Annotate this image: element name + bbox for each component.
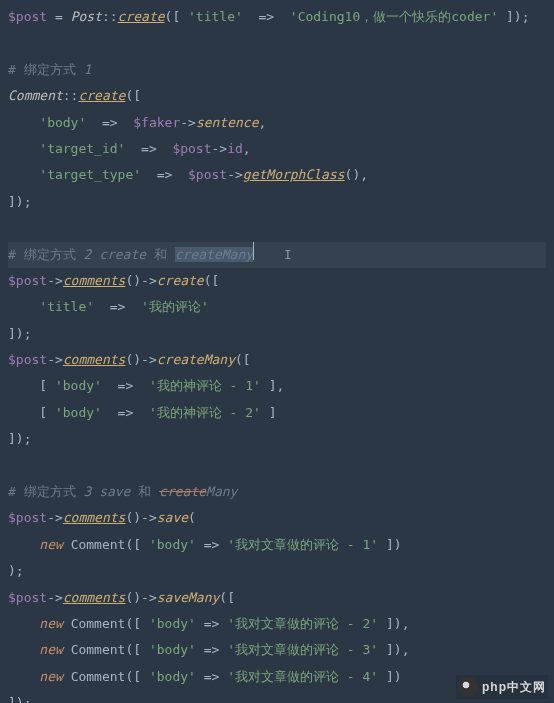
code-line: new Comment([ 'body' => '我对文章做的评论 - 1' ]… <box>8 532 546 558</box>
code-blank-line <box>8 30 546 56</box>
code-line: $post->comments()->saveMany([ <box>8 585 546 611</box>
code-line: [ 'body' => '我的神评论 - 1' ], <box>8 373 546 399</box>
php-logo-icon <box>458 677 478 697</box>
watermark-text: php中文网 <box>482 681 546 693</box>
code-current-line: # 绑定方式 2 create 和 createMany I <box>8 242 546 268</box>
code-line: ); <box>8 558 546 584</box>
code-line: new Comment([ 'body' => '我对文章做的评论 - 2' ]… <box>8 611 546 637</box>
code-editor[interactable]: $post = Post::create([ 'title' => 'Codin… <box>0 0 554 703</box>
code-line: new Comment([ 'body' => '我对文章做的评论 - 3' ]… <box>8 637 546 663</box>
code-line: 'target_type' => $post->getMorphClass(), <box>8 162 546 188</box>
code-comment: # 绑定方式 1 <box>8 57 546 83</box>
code-line: $post = Post::create([ 'title' => 'Codin… <box>8 4 546 30</box>
text-cursor <box>253 242 254 260</box>
code-comment: # 绑定方式 3 save 和 createMany <box>8 479 546 505</box>
watermark: php中文网 <box>456 675 548 699</box>
code-line: Comment::create([ <box>8 83 546 109</box>
code-line: $post->comments()->create([ <box>8 268 546 294</box>
code-line: 'target_id' => $post->id, <box>8 136 546 162</box>
code-blank-line <box>8 215 546 241</box>
code-line: 'title' => '我的评论' <box>8 294 546 320</box>
code-line: ]); <box>8 321 546 347</box>
code-line: ]); <box>8 189 546 215</box>
code-line: $post->comments()->createMany([ <box>8 347 546 373</box>
ibeam-icon: I <box>284 248 291 262</box>
code-line: ]); <box>8 426 546 452</box>
code-line: [ 'body' => '我的神评论 - 2' ] <box>8 400 546 426</box>
code-line: 'body' => $faker->sentence, <box>8 110 546 136</box>
code-blank-line <box>8 453 546 479</box>
code-line: $post->comments()->save( <box>8 505 546 531</box>
